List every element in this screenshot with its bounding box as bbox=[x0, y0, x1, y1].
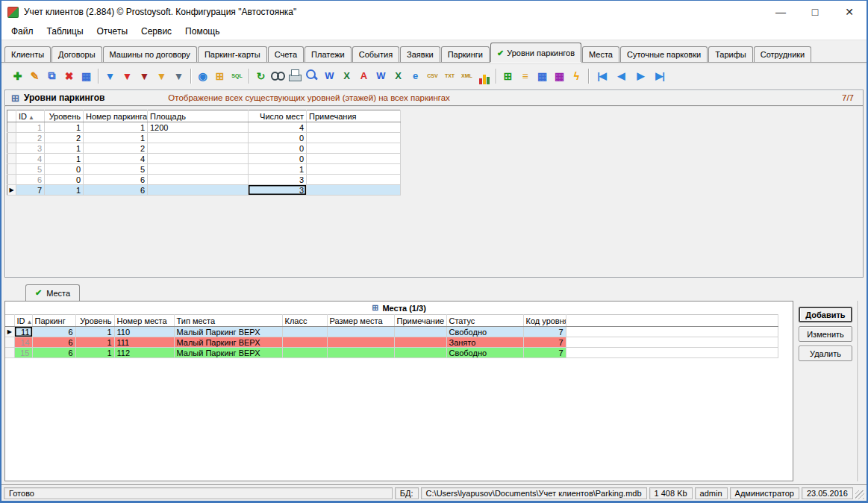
cell-places-count[interactable]: 0 bbox=[249, 133, 307, 143]
cell-places-count[interactable]: 0 bbox=[249, 154, 307, 164]
filter-save-icon[interactable]: ▼ bbox=[170, 67, 187, 84]
cell-parking-number[interactable]: 1 bbox=[84, 122, 148, 133]
tab-Места[interactable]: Места bbox=[582, 46, 619, 62]
cell-places-count[interactable]: 3 bbox=[249, 175, 307, 185]
tab-Паркинг-карты[interactable]: Паркинг-карты bbox=[198, 46, 267, 62]
cell-places-count[interactable]: 3 bbox=[249, 185, 307, 196]
cell-parking[interactable]: 6 bbox=[32, 348, 75, 358]
filter-tree-icon[interactable]: ⊞ bbox=[211, 67, 228, 84]
maximize-button[interactable]: □ bbox=[798, 1, 832, 23]
tab-Паркинги[interactable]: Паркинги bbox=[441, 46, 490, 62]
cell-area[interactable] bbox=[148, 164, 249, 175]
cell-status[interactable]: Свободно bbox=[446, 327, 523, 337]
cell-note[interactable] bbox=[307, 154, 401, 164]
add-subrecord-icon[interactable]: ⊞ bbox=[499, 67, 516, 84]
cell-class[interactable] bbox=[282, 348, 327, 358]
levels-row[interactable]: 414 0 bbox=[7, 154, 401, 164]
cell-parking[interactable]: 6 bbox=[32, 327, 75, 337]
cell-area[interactable]: 1200 bbox=[148, 122, 249, 133]
menu-item-Помощь[interactable]: Помощь bbox=[178, 24, 226, 39]
cell-id[interactable]: 7 bbox=[16, 185, 45, 196]
places-row[interactable]: 1461111Малый Паркинг ВЕРХ Занято7 bbox=[5, 337, 778, 348]
nav-prev-icon[interactable]: ◀ bbox=[611, 67, 631, 84]
row-marker[interactable] bbox=[5, 348, 14, 358]
actions-icon[interactable]: ϟ bbox=[568, 67, 585, 84]
cell-id[interactable]: 1 bbox=[16, 122, 45, 133]
places-row[interactable]: 1561112Малый Паркинг ВЕРХ Свободно7 bbox=[5, 348, 778, 358]
places-row[interactable]: ▶1161110Малый Паркинг ВЕРХ Свободно7 bbox=[5, 327, 778, 337]
delete-button[interactable]: Удалить bbox=[799, 346, 852, 361]
cell-parking-number[interactable]: 6 bbox=[84, 175, 148, 185]
export-xml-icon[interactable]: XML bbox=[458, 67, 475, 84]
places-table[interactable]: ID▲ПаркингУровеньНомер местаТип местаКла… bbox=[5, 314, 778, 358]
cell-level-code[interactable]: 7 bbox=[523, 337, 566, 348]
cell-note[interactable] bbox=[394, 327, 446, 337]
cell-parking-number[interactable]: 5 bbox=[84, 164, 148, 175]
table-properties-icon[interactable]: ▦ bbox=[534, 67, 551, 84]
cell-note[interactable] bbox=[307, 133, 401, 143]
tab-Сотрудники[interactable]: Сотрудники bbox=[754, 46, 812, 62]
nav-first-icon[interactable]: |◀ bbox=[592, 67, 611, 84]
open-word-icon[interactable]: W bbox=[321, 67, 338, 84]
column-header-Тип места[interactable]: Тип места bbox=[174, 315, 282, 327]
cell-place-type[interactable]: Малый Паркинг ВЕРХ bbox=[174, 327, 282, 337]
tab-Машины по договору[interactable]: Машины по договору bbox=[103, 46, 197, 62]
column-header-Примечание[interactable]: Примечание bbox=[394, 315, 446, 327]
cell-places-count[interactable]: 1 bbox=[249, 164, 307, 175]
subtab-places[interactable]: ✔ Места bbox=[25, 284, 80, 301]
cell-id[interactable]: 15 bbox=[14, 348, 32, 358]
cell-places-count[interactable]: 0 bbox=[249, 143, 307, 154]
cell-place-type[interactable]: Малый Паркинг ВЕРХ bbox=[174, 348, 282, 358]
tab-Счета[interactable]: Счета bbox=[268, 46, 304, 62]
find-icon[interactable] bbox=[269, 67, 287, 84]
cell-area[interactable] bbox=[148, 143, 249, 154]
levels-row[interactable]: 606 3 bbox=[7, 175, 401, 185]
add-record-icon[interactable]: ✚ bbox=[9, 67, 26, 84]
record-properties-icon[interactable]: ≡ bbox=[516, 67, 534, 84]
nav-next-icon[interactable]: ▶ bbox=[631, 67, 650, 84]
cell-note[interactable] bbox=[307, 143, 401, 154]
column-header-Номер места[interactable]: Номер места bbox=[114, 315, 174, 327]
cell-place-number[interactable]: 112 bbox=[114, 348, 174, 358]
filter-add-icon[interactable]: ▼ bbox=[102, 67, 119, 84]
cell-parking-number[interactable]: 6 bbox=[84, 185, 148, 196]
nav-last-icon[interactable]: ▶| bbox=[650, 67, 669, 84]
copy-record-icon[interactable]: ⧉ bbox=[43, 67, 60, 84]
cell-level[interactable]: 1 bbox=[45, 143, 84, 154]
cell-id[interactable]: 3 bbox=[16, 143, 45, 154]
tab-Уровни паркингов[interactable]: ✔Уровни паркингов bbox=[490, 43, 581, 62]
refresh-icon[interactable]: ↻ bbox=[252, 67, 269, 84]
cell-place-size[interactable] bbox=[327, 337, 394, 348]
cell-note[interactable] bbox=[394, 348, 446, 358]
cell-places-count[interactable]: 4 bbox=[249, 122, 307, 133]
tab-Заявки[interactable]: Заявки bbox=[400, 46, 440, 62]
column-header-Код уровня[interactable]: Код уровня bbox=[523, 315, 566, 327]
export-html-icon[interactable]: e bbox=[407, 67, 424, 84]
column-header-ID[interactable]: ID▲ bbox=[16, 110, 45, 122]
export-word-icon[interactable]: W bbox=[372, 67, 390, 84]
cell-area[interactable] bbox=[148, 154, 249, 164]
column-header-Примечания[interactable]: Примечания bbox=[307, 110, 401, 122]
filter-delete-icon[interactable]: ▼ bbox=[119, 67, 136, 84]
cell-id[interactable]: 4 bbox=[16, 154, 45, 164]
cell-level[interactable]: 1 bbox=[75, 337, 114, 348]
cell-level-code[interactable]: 7 bbox=[523, 348, 566, 358]
cell-status[interactable]: Свободно bbox=[446, 348, 523, 358]
row-marker[interactable] bbox=[7, 164, 16, 175]
cell-parking-number[interactable]: 2 bbox=[84, 143, 148, 154]
column-header-Число мест[interactable]: Число мест bbox=[249, 110, 307, 122]
cell-level[interactable]: 1 bbox=[75, 348, 114, 358]
export-excel-icon[interactable]: X bbox=[390, 67, 407, 84]
cell-area[interactable] bbox=[148, 133, 249, 143]
cell-id[interactable]: 14 bbox=[14, 337, 32, 348]
cell-place-number[interactable]: 110 bbox=[114, 327, 174, 337]
cell-place-type[interactable]: Малый Паркинг ВЕРХ bbox=[174, 337, 282, 348]
cell-class[interactable] bbox=[282, 327, 327, 337]
column-header-Статус[interactable]: Статус bbox=[446, 315, 523, 327]
column-header-Размер места[interactable]: Размер места bbox=[327, 315, 394, 327]
column-header-Паркинг[interactable]: Паркинг bbox=[32, 315, 75, 327]
export-txt-icon[interactable]: TXT bbox=[441, 67, 458, 84]
cell-note[interactable] bbox=[307, 175, 401, 185]
row-marker[interactable] bbox=[7, 133, 16, 143]
cell-id[interactable]: 5 bbox=[16, 164, 45, 175]
